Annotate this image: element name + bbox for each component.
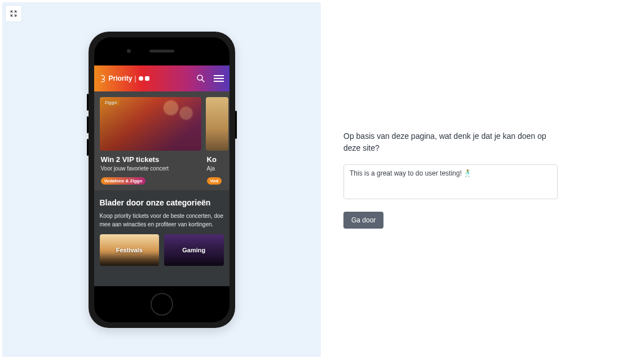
categories-body: Koop priority tickets voor de beste conc… (100, 212, 224, 229)
category-label: Festivals (116, 247, 143, 253)
home-button[interactable] (151, 293, 173, 316)
hero-peek-image (206, 97, 228, 151)
hero-peek-chip: Vod (207, 177, 222, 185)
app-root: Priority | (0, 0, 644, 359)
brand-name: Priority (109, 75, 133, 82)
phone-speaker (149, 50, 174, 52)
question-pane: Op basis van deze pagina, wat denk je da… (321, 2, 642, 357)
category-card-festivals[interactable]: Festivals (100, 234, 160, 266)
hero-text: Win 2 VIP tickets Voor jouw favoriete co… (100, 151, 201, 185)
phone-bottom-bezel (94, 286, 230, 322)
hero-scene-art (100, 97, 201, 151)
search-icon (196, 73, 206, 84)
category-label: Gaming (182, 247, 205, 253)
menu-button[interactable] (214, 75, 224, 82)
app-header: Priority | (94, 65, 230, 91)
question-text: Op basis van deze pagina, wat denk je da… (343, 130, 558, 154)
brand-partner-icons (139, 76, 149, 81)
categories-section: Blader door onze categorieën Koop priori… (94, 190, 230, 286)
answer-input[interactable] (343, 164, 558, 199)
hero-card-peek[interactable]: Ko Aja Vod (206, 97, 228, 185)
categories-heading: Blader door onze categorieën (100, 198, 224, 207)
phone-screen: Priority | (94, 65, 230, 286)
phone-top-bezel (94, 37, 230, 65)
hero-peek-subtitle: Aja (207, 165, 227, 172)
phone-inner: Priority | (94, 37, 230, 322)
preview-pane: Priority | (2, 2, 321, 357)
hero-title: Win 2 VIP tickets (101, 155, 200, 164)
categories-grid: Festivals Gaming (100, 234, 224, 266)
continue-button[interactable]: Ga door (343, 212, 383, 229)
hero-peek-text: Ko Aja Vod (206, 151, 228, 185)
question-block: Op basis van deze pagina, wat denk je da… (343, 130, 558, 229)
phone-frame: Priority | (89, 32, 235, 328)
expand-icon (10, 10, 17, 17)
phone-camera (127, 49, 131, 53)
svg-line-1 (202, 80, 204, 82)
brand-logo-icon (100, 75, 107, 82)
search-button[interactable] (196, 73, 206, 84)
hero-card-main[interactable]: Ziggo Win 2 VIP tickets Voor jouw favori… (100, 97, 201, 185)
hero-track: Ziggo Win 2 VIP tickets Voor jouw favori… (100, 97, 230, 185)
category-card-gaming[interactable]: Gaming (164, 234, 224, 266)
hero-peek-title: Ko (207, 155, 227, 164)
brand-separator: | (135, 75, 136, 82)
partner-icon-2 (145, 76, 149, 81)
expand-button[interactable] (6, 6, 21, 21)
hero-chip: Vodafone & Ziggo (101, 177, 146, 185)
hero-subtitle: Voor jouw favoriete concert (101, 165, 200, 172)
brand: Priority | (100, 75, 149, 82)
partner-icon-1 (139, 76, 143, 81)
svg-point-0 (197, 75, 202, 80)
hero-image: Ziggo (100, 97, 201, 151)
hamburger-icon (214, 75, 224, 82)
hero-carousel[interactable]: Ziggo Win 2 VIP tickets Voor jouw favori… (94, 91, 230, 190)
